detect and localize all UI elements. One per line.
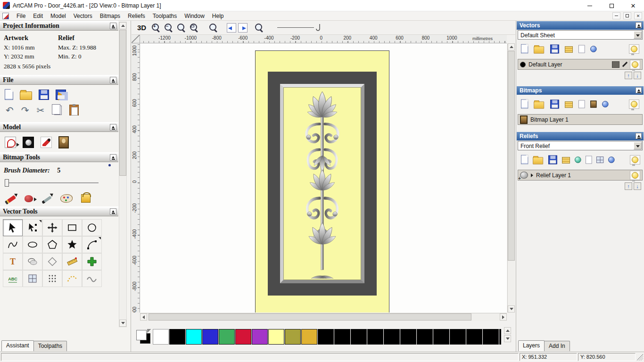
palette-swatch-9[interactable]: [301, 329, 317, 345]
to-3d-sphere-icon[interactable]: [590, 46, 597, 52]
palette-swatch-19[interactable]: [466, 329, 482, 345]
palette-swatch-13[interactable]: [367, 329, 383, 345]
mdi-close-button[interactable]: ✕: [634, 12, 642, 19]
zoom-fit-icon[interactable]: [254, 23, 264, 33]
open-relief-icon[interactable]: [533, 157, 543, 164]
palette-swatch-15[interactable]: [400, 329, 416, 345]
scroll-right-button[interactable]: [500, 313, 507, 321]
undo-icon[interactable]: ↶: [6, 105, 14, 115]
tool-create-rectangle[interactable]: [62, 219, 82, 236]
bitmap-layer-row[interactable]: Bitmap Layer 1: [518, 114, 643, 125]
palette-swatch-10[interactable]: [318, 329, 334, 345]
import-export-icon[interactable]: [56, 90, 66, 100]
zoom-window-icon[interactable]: [189, 23, 199, 33]
dropdown-button[interactable]: [634, 142, 642, 149]
tool-bitmap-to-vector[interactable]: [23, 270, 42, 287]
collapse-reliefs-button[interactable]: [636, 133, 642, 139]
to-3d-sphere-icon[interactable]: [608, 156, 615, 163]
tool-vector-doctor[interactable]: [82, 270, 102, 287]
tool-nest-vectors[interactable]: [42, 270, 62, 287]
flood-fill-icon[interactable]: [81, 194, 91, 203]
new-model-icon[interactable]: [5, 89, 13, 100]
menu-reliefs[interactable]: Reliefs: [124, 12, 149, 20]
collapse-bitmaps-button[interactable]: [636, 87, 642, 93]
zoom-object-icon[interactable]: [208, 23, 218, 33]
scroll-left-button[interactable]: [140, 313, 147, 321]
scroll-up-button[interactable]: [508, 43, 515, 50]
primary-secondary-colour-swatch[interactable]: [135, 329, 151, 345]
toggle-all-visibility-button[interactable]: [629, 99, 639, 109]
dropdown-button[interactable]: [634, 31, 642, 39]
palette-swatch-6[interactable]: [252, 329, 268, 345]
tool-measure[interactable]: [62, 253, 82, 270]
adjust-model-icon[interactable]: [5, 137, 16, 148]
menu-help[interactable]: Help: [208, 12, 228, 20]
scrollbar-thumb[interactable]: [149, 313, 471, 321]
menu-window[interactable]: Window: [181, 12, 208, 20]
tab-layers[interactable]: Layers: [518, 340, 545, 351]
scrollbar-thumb[interactable]: [119, 30, 126, 176]
tab-assistant[interactable]: Assistant: [1, 340, 34, 351]
layer-edit-pen-icon[interactable]: [621, 61, 628, 68]
relief-blend-icon[interactable]: [575, 156, 581, 163]
palette-swatch-14[interactable]: [384, 329, 400, 345]
tool-create-arc[interactable]: [82, 236, 102, 253]
tool-create-ellipse[interactable]: [23, 236, 42, 253]
tab-add-in[interactable]: Add In: [544, 341, 570, 351]
scroll-down-button[interactable]: [119, 320, 126, 327]
slider-thumb[interactable]: [5, 179, 9, 187]
close-button[interactable]: ✕: [622, 0, 644, 11]
import-bitmap-icon[interactable]: [565, 101, 573, 108]
canvas-horizontal-scrollbar[interactable]: [140, 313, 507, 321]
tool-offset-vector[interactable]: [42, 253, 62, 270]
save-relief-icon[interactable]: [548, 155, 557, 164]
palette-swatch-4[interactable]: [219, 329, 235, 345]
mdi-restore-button[interactable]: [623, 12, 631, 19]
page-left-icon[interactable]: [227, 23, 236, 33]
menu-bitmaps[interactable]: Bitmaps: [96, 12, 124, 20]
palette-swatch-7[interactable]: [268, 329, 284, 345]
new-bitmap-icon[interactable]: [521, 99, 528, 109]
bitmap-image-icon[interactable]: [590, 100, 597, 107]
collapse-bitmap-tools-button[interactable]: [110, 154, 116, 161]
collapse-file-button[interactable]: [110, 77, 116, 83]
palette-swatch-18[interactable]: [450, 329, 466, 345]
resize-grip[interactable]: [636, 354, 643, 361]
import-relief-icon[interactable]: [562, 157, 570, 164]
save-vectors-icon[interactable]: [550, 44, 559, 53]
tool-transform-vectors[interactable]: [42, 219, 62, 236]
palette-swatch-20[interactable]: [483, 329, 499, 345]
palette-swatch-2[interactable]: [186, 329, 202, 345]
new-relief-layer-icon[interactable]: [586, 156, 592, 164]
toggle-all-visibility-button[interactable]: [630, 155, 640, 165]
import-vectors-icon[interactable]: [565, 46, 573, 53]
minimize-button[interactable]: [579, 0, 601, 11]
tool-paste-along-curve[interactable]: [82, 253, 102, 270]
palette-swatch-16[interactable]: [417, 329, 433, 345]
open-model-icon[interactable]: [20, 91, 32, 100]
sculpt-model-icon[interactable]: [41, 137, 52, 148]
mdi-minimize-button[interactable]: [612, 12, 620, 19]
new-bitmap-layer-icon[interactable]: [578, 100, 585, 108]
palette-swatch-12[interactable]: [351, 329, 367, 345]
move-layer-down-button[interactable]: ↓: [634, 72, 641, 79]
paint-blob-icon[interactable]: [25, 195, 33, 202]
move-layer-down-button[interactable]: ↓: [634, 182, 641, 190]
scroll-down-button[interactable]: [508, 305, 515, 313]
menu-vectors[interactable]: Vectors: [70, 12, 96, 20]
zoom-previous-icon[interactable]: [176, 23, 186, 33]
assistant-scrollbar[interactable]: [119, 22, 127, 327]
collapse-model-button[interactable]: [110, 124, 116, 131]
palette-swatch-0[interactable]: [153, 329, 169, 345]
canvas-viewport[interactable]: [140, 43, 507, 313]
paste-icon[interactable]: [69, 105, 79, 115]
tool-select-vectors[interactable]: [3, 219, 23, 236]
tool-wrap-vectors[interactable]: [23, 253, 42, 270]
tool-create-polyline[interactable]: [3, 236, 23, 253]
door-artwork[interactable]: [255, 50, 389, 313]
toggle-all-visibility-button[interactable]: [629, 44, 639, 54]
paint-selective-icon[interactable]: [41, 196, 51, 204]
line-weight-control[interactable]: [277, 24, 322, 32]
zoom-in-icon[interactable]: +: [151, 23, 161, 33]
vector-sheet-selector[interactable]: Default Sheet: [518, 30, 643, 40]
